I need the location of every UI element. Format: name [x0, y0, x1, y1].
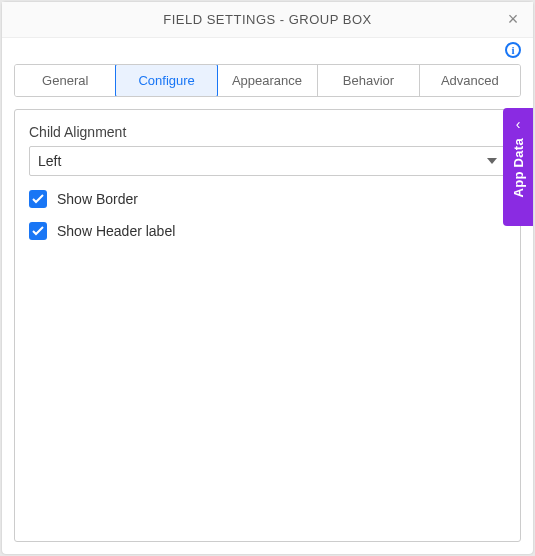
- tab-appearance[interactable]: Appearance: [217, 65, 318, 96]
- app-data-label: App Data: [511, 138, 526, 197]
- configure-content: Child Alignment Left Show Border Show He…: [14, 109, 521, 542]
- tab-behavior[interactable]: Behavior: [318, 65, 419, 96]
- show-header-label: Show Header label: [57, 223, 175, 239]
- child-alignment-label: Child Alignment: [29, 124, 506, 140]
- child-alignment-select[interactable]: Left: [29, 146, 506, 176]
- app-data-side-tab[interactable]: ‹ App Data: [503, 108, 533, 226]
- close-icon: ×: [508, 9, 519, 30]
- show-border-row: Show Border: [29, 190, 506, 208]
- show-header-row: Show Header label: [29, 222, 506, 240]
- close-button[interactable]: ×: [503, 10, 523, 30]
- show-border-checkbox[interactable]: [29, 190, 47, 208]
- panel-title: FIELD SETTINGS - GROUP BOX: [163, 12, 372, 27]
- tab-configure[interactable]: Configure: [115, 64, 217, 97]
- show-border-label: Show Border: [57, 191, 138, 207]
- panel-header: FIELD SETTINGS - GROUP BOX ×: [2, 2, 533, 38]
- chevron-left-icon: ‹: [516, 116, 521, 132]
- tab-advanced[interactable]: Advanced: [420, 65, 520, 96]
- show-header-checkbox[interactable]: [29, 222, 47, 240]
- check-icon: [32, 193, 44, 205]
- field-settings-panel: FIELD SETTINGS - GROUP BOX × i General C…: [2, 2, 533, 554]
- tab-general[interactable]: General: [15, 65, 116, 96]
- info-icon[interactable]: i: [505, 42, 521, 58]
- info-row: i: [2, 38, 533, 58]
- tab-bar: General Configure Appearance Behavior Ad…: [14, 64, 521, 97]
- check-icon: [32, 225, 44, 237]
